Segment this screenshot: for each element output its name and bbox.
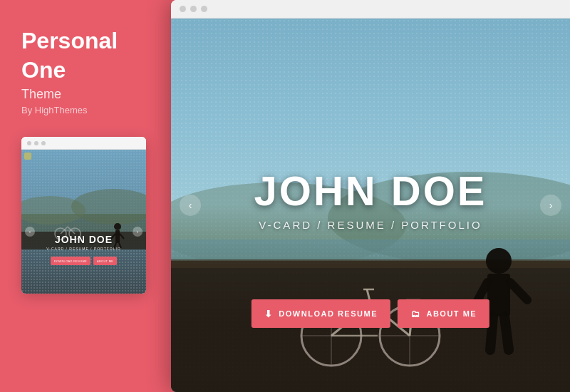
download-icon: ⬇: [264, 309, 274, 319]
small-download-btn[interactable]: DOWNLOAD RESUME: [51, 257, 90, 265]
large-hero-sub: V-CARD / RESUME / PORTFOLIO: [254, 219, 487, 231]
small-dot-2: [34, 141, 38, 145]
folder-icon: 🗂: [410, 309, 421, 319]
theme-title-block: Personal One Theme By HighThemes: [21, 29, 142, 137]
theme-author: By HighThemes: [21, 105, 142, 115]
small-mockup: JOHN DOE V-CARD / RESUME / PORTFOLIO ‹ ›…: [21, 137, 146, 294]
small-arrow-right[interactable]: ›: [133, 227, 142, 237]
theme-title-line2: One: [21, 58, 142, 83]
large-mockup: JOHN DOE V-CARD / RESUME / PORTFOLIO ‹ ›…: [171, 0, 570, 392]
large-hero-text-block: JOHN DOE V-CARD / RESUME / PORTFOLIO: [254, 167, 487, 231]
nav-arrow-left[interactable]: ‹: [180, 195, 201, 216]
large-dot-1: [180, 6, 186, 12]
small-cta-buttons: DOWNLOAD RESUME ABOUT ME: [21, 257, 146, 265]
large-dot-2: [190, 6, 197, 12]
svg-point-35: [486, 248, 512, 274]
about-me-label: ABOUT ME: [426, 309, 477, 318]
about-me-button[interactable]: 🗂 ABOUT ME: [398, 299, 489, 328]
small-dot-1: [27, 141, 31, 145]
small-mockup-titlebar: [21, 137, 146, 150]
large-hero-title: JOHN DOE: [254, 167, 487, 215]
theme-subtitle: Theme: [21, 87, 142, 102]
large-dot-3: [201, 6, 207, 12]
small-dot-3: [41, 141, 46, 145]
svg-line-40: [504, 316, 509, 350]
left-panel: Personal One Theme By HighThemes: [0, 0, 164, 392]
large-mockup-titlebar: [171, 0, 570, 19]
svg-line-39: [490, 316, 493, 350]
download-resume-button[interactable]: ⬇ DOWNLOAD RESUME: [252, 299, 390, 328]
small-mockup-content: JOHN DOE V-CARD / RESUME / PORTFOLIO ‹ ›…: [21, 150, 146, 294]
theme-title: Personal: [21, 29, 142, 53]
download-resume-label: DOWNLOAD RESUME: [279, 309, 378, 318]
cta-buttons: ⬇ DOWNLOAD RESUME 🗂 ABOUT ME: [252, 299, 489, 328]
small-hero-sub: V-CARD / RESUME / PORTFOLIO: [21, 247, 146, 251]
small-about-btn[interactable]: ABOUT ME: [93, 257, 117, 265]
large-mockup-content: JOHN DOE V-CARD / RESUME / PORTFOLIO ‹ ›…: [171, 19, 570, 392]
small-nav-arrows: ‹ ›: [21, 227, 146, 237]
small-arrow-left[interactable]: ‹: [25, 227, 35, 237]
nav-arrow-right[interactable]: ›: [540, 195, 561, 216]
